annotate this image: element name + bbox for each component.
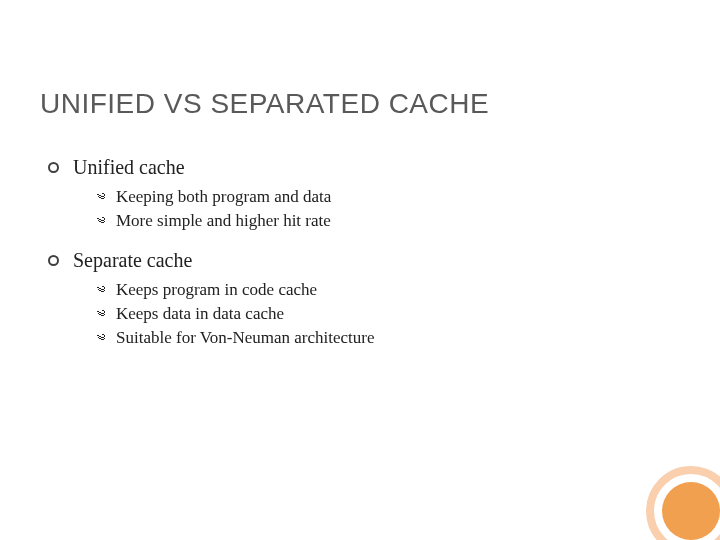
list-item-level2: ༄ Keeping both program and data [92,187,680,209]
bullet-text: Suitable for Von-Neuman architecture [116,328,375,348]
list-item-level2: ༄ Keeps program in code cache [92,280,680,302]
swirl-bullet-icon: ༄ [92,304,110,326]
list-item-level2: ༄ Suitable for Von-Neuman architecture [92,328,680,350]
section-heading: Unified cache [73,156,185,179]
ring-bullet-icon [48,162,59,173]
bullet-text: Keeps program in code cache [116,280,317,300]
list-item-level1: Separate cache [48,249,680,272]
swirl-bullet-icon: ༄ [92,211,110,233]
list-item-level1: Unified cache [48,156,680,179]
list-item-level2: ༄ More simple and higher hit rate [92,211,680,233]
bullet-text: Keeping both program and data [116,187,331,207]
swirl-bullet-icon: ༄ [92,328,110,350]
bullet-text: More simple and higher hit rate [116,211,331,231]
bullet-text: Keeps data in data cache [116,304,284,324]
swirl-bullet-icon: ༄ [92,187,110,209]
page-title: UNIFIED VS SEPARATED CACHE [40,88,680,120]
section-heading: Separate cache [73,249,192,272]
slide: UNIFIED VS SEPARATED CACHE Unified cache… [0,0,720,540]
ring-bullet-icon [48,255,59,266]
decorative-corner-circle [646,466,720,540]
spacer [40,235,680,249]
list-item-level2: ༄ Keeps data in data cache [92,304,680,326]
dot-icon [662,482,720,540]
swirl-bullet-icon: ༄ [92,280,110,302]
